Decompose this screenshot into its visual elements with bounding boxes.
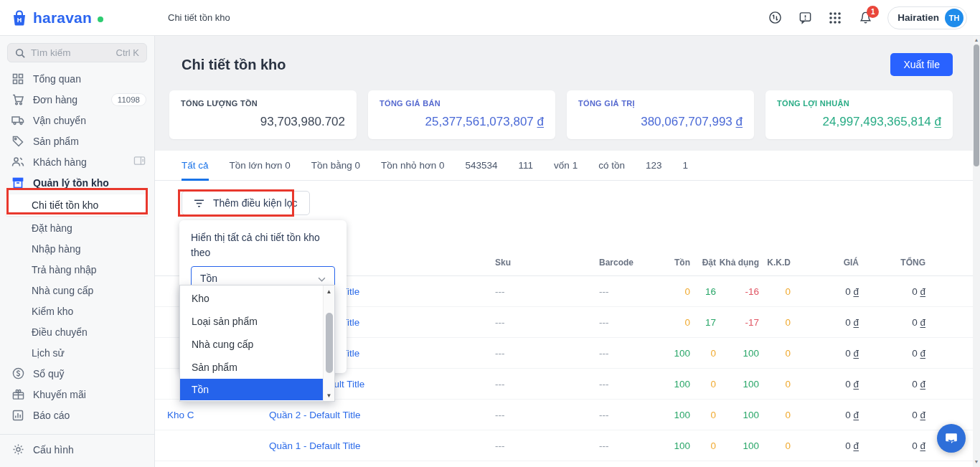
kha-dung-cell: 100 — [716, 410, 759, 420]
sidebar-item-bao-cao[interactable]: Báo cáo — [0, 405, 154, 425]
stat-label: TỔNG GIÁ BÁN — [380, 99, 544, 108]
search-shortcut: Ctrl K — [116, 47, 140, 58]
dat-cell: 0 — [690, 440, 716, 451]
sidebar-item--on-hang[interactable]: Đơn hàng11098 — [0, 89, 154, 110]
add-filter-button[interactable]: Thêm điều kiện lọc — [182, 191, 310, 215]
stat-value: 93,703,980.702 — [181, 115, 345, 129]
popout-icon[interactable] — [133, 156, 146, 168]
logo-status-dot — [98, 16, 103, 22]
stat-card: TỔNG LỢI NHUẬN 24,997,493,365,814 đ — [765, 90, 953, 139]
scroll-up-icon[interactable]: ▲ — [324, 286, 335, 297]
listbox-scrollbar[interactable]: ▲ ▼ — [323, 286, 334, 401]
page-scrollbar[interactable]: ▲ ▼ — [973, 36, 980, 467]
sidebar-item-label: Trả hàng nhập — [32, 264, 146, 275]
history-icon[interactable] — [767, 10, 783, 26]
sidebar-item-khach-hang[interactable]: Khách hàng — [0, 151, 154, 172]
listbox-scrollbar-thumb[interactable] — [326, 313, 333, 373]
kha-dung-cell: 100 — [716, 440, 759, 451]
chat-widget-button[interactable] — [937, 424, 966, 453]
sidebar-item--at-hang[interactable]: Đặt hàng — [0, 217, 154, 238]
avatar: TH — [945, 9, 963, 27]
chevron-down-icon — [318, 273, 326, 284]
column-header: Khả dụng — [716, 258, 759, 268]
sidebar-item-label: Khuyến mãi — [33, 389, 146, 400]
sidebar-item-quan-ly-ton-kho[interactable]: Quản lý tồn kho — [0, 172, 154, 193]
listbox-option-ton[interactable]: Tồn — [180, 379, 323, 400]
scrollbar-up-icon[interactable]: ▲ — [973, 36, 980, 44]
sidebar: Tìm kiếm Ctrl K Tổng quanĐơn hàng11098Vậ… — [0, 36, 155, 467]
sidebar-item-cau-hinh[interactable]: Cấu hình — [0, 439, 154, 460]
barcode-cell: --- — [585, 317, 656, 328]
product-link[interactable]: Quần 2 - Default Title — [269, 410, 481, 420]
page-title: Chi tiết tồn kho — [182, 57, 286, 73]
scroll-down-icon[interactable]: ▼ — [324, 390, 335, 401]
scrollbar-thumb[interactable] — [974, 44, 979, 166]
tab-ton-bang-0[interactable]: Tồn bằng 0 — [311, 151, 360, 181]
sidebar-item-san-pham[interactable]: Sản phẩm — [0, 131, 154, 151]
sidebar-item-label: Sổ quỹ — [33, 368, 146, 379]
sku-cell: --- — [481, 348, 585, 359]
tong-cell: 0 đ — [859, 286, 925, 297]
sidebar-item-tong-quan[interactable]: Tổng quan — [0, 68, 154, 89]
tab-111[interactable]: 111 — [519, 151, 534, 181]
product-link[interactable]: Quần 1 - Default Title — [269, 440, 481, 451]
gia-cell: 0 đ — [791, 379, 859, 390]
search-placeholder: Tìm kiếm — [31, 47, 110, 58]
column-header: Barcode — [585, 258, 656, 268]
stat-label: TỔNG LƯỢNG TỒN — [181, 99, 345, 108]
export-file-button[interactable]: Xuất file — [890, 53, 953, 76]
sidebar-item-label: Đặt hàng — [32, 222, 146, 234]
sidebar-item-label: Vận chuyển — [33, 115, 146, 126]
sidebar-item-nhap-hang[interactable]: Nhập hàng — [0, 238, 154, 259]
sidebar-item-nha-cung-cap[interactable]: Nhà cung cấp — [0, 280, 154, 301]
dat-cell: 0 — [690, 348, 716, 359]
tab-ton-nho-hon-0[interactable]: Tồn nhỏ hơn 0 — [381, 151, 444, 181]
barcode-cell: --- — [585, 440, 656, 451]
kkd-cell: 0 — [759, 440, 791, 451]
bell-icon[interactable]: 1 — [857, 10, 873, 26]
filter-type-listbox: KhoLoại sản phẩmNhà cung cấpSản phẩmTồn … — [179, 285, 335, 402]
sidebar-item-lich-su[interactable]: Lịch sử — [0, 342, 154, 363]
tab-tat-ca[interactable]: Tất cả — [182, 151, 209, 181]
column-header: Đặt — [690, 258, 716, 268]
sidebar-item-chi-tiet-ton-kho[interactable]: Chi tiết tồn kho — [6, 194, 149, 216]
tab-1[interactable]: 1 — [682, 151, 688, 181]
listbox-option-loai-san-pham[interactable]: Loại sản phẩm — [180, 310, 323, 333]
column-header: Sku — [481, 258, 585, 268]
user-menu[interactable]: Hairatien TH — [887, 6, 967, 29]
listbox-option-kho[interactable]: Kho — [180, 287, 323, 310]
listbox-option-san-pham[interactable]: Sản phẩm — [180, 356, 323, 379]
listbox-option-nha-cung-cap[interactable]: Nhà cung cấp — [180, 333, 323, 356]
gia-cell: 0 đ — [791, 410, 859, 420]
haravan-logo[interactable]: H haravan — [0, 9, 155, 27]
scrollbar-down-icon[interactable]: ▼ — [973, 457, 980, 467]
tab-co-ton[interactable]: có tồn — [598, 151, 625, 181]
sidebar-item--ieu-chuyen[interactable]: Điều chuyển — [0, 321, 154, 342]
feedback-icon[interactable] — [797, 10, 813, 26]
sidebar-item-tra-hang-nhap[interactable]: Trả hàng nhập — [0, 259, 154, 280]
sidebar-item-label: Đơn hàng — [33, 94, 103, 105]
stat-label: TỔNG GIÁ TRỊ — [578, 99, 743, 108]
table-row: Kho CQuần 2 - Default Title------1000100… — [155, 400, 980, 430]
sidebar-item-khuyen-mai[interactable]: Khuyến mãi — [0, 384, 154, 405]
search-input[interactable]: Tìm kiếm Ctrl K — [7, 43, 147, 62]
kkd-cell: 0 — [759, 348, 791, 359]
sidebar-item-so-quy[interactable]: Sổ quỹ — [0, 363, 154, 384]
warehouse-link[interactable]: Kho C — [167, 410, 269, 420]
apps-grid-icon[interactable] — [827, 10, 843, 26]
sidebar-item-label: Báo cáo — [33, 410, 146, 421]
sidebar-item-van-chuyen[interactable]: Vận chuyển — [0, 110, 154, 131]
tab-von-1[interactable]: vốn 1 — [554, 151, 578, 181]
ton-cell: 0 — [656, 317, 690, 328]
tab-ton-lon-hon-0[interactable]: Tồn lớn hơn 0 — [230, 151, 291, 181]
filter-popup-label: Hiển thị tất cả chi tiết tồn kho theo — [191, 230, 335, 260]
order-count-badge: 11098 — [112, 94, 146, 105]
chat-icon — [944, 431, 958, 445]
tab-123[interactable]: 123 — [646, 151, 662, 181]
top-bar: H haravan Chi tiết tồn kho 1 Hairatien T… — [0, 0, 980, 36]
sidebar-item-kiem-kho[interactable]: Kiểm kho — [0, 301, 154, 321]
tab-543534[interactable]: 543534 — [466, 151, 498, 181]
stat-card: TỔNG LƯỢNG TỒN 93,703,980.702 — [169, 90, 357, 139]
notification-badge: 1 — [867, 6, 879, 18]
column-header: K.K.D — [759, 258, 791, 268]
